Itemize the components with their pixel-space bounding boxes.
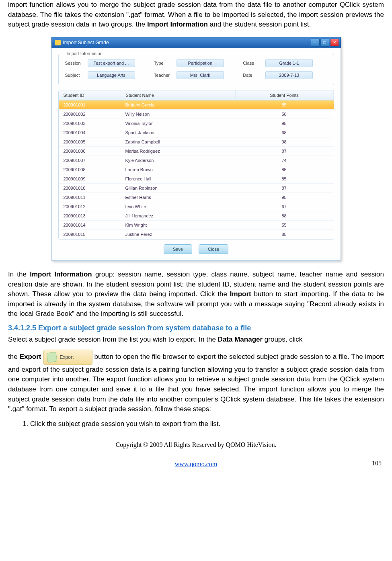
session-value: Test export and ... <box>88 59 135 67</box>
table-row[interactable]: 200901012Irvin White67 <box>59 202 334 211</box>
table-row[interactable]: 200901001Brittany Garcia85 <box>59 100 334 110</box>
cell-name: Valonia Taylor <box>121 119 235 128</box>
cell-name: Esther Harris <box>121 193 235 202</box>
cell-id: 200901005 <box>59 137 121 146</box>
subject-label: Subject <box>65 73 84 78</box>
teacher-value: Mrs. Clark <box>177 71 224 79</box>
bold-text: Export <box>20 353 41 360</box>
cell-name: Justine Perez <box>121 230 235 239</box>
cell-id: 200901004 <box>59 128 121 137</box>
close-dialog-button[interactable]: Close <box>199 244 228 254</box>
cell-id: 200901010 <box>59 184 121 192</box>
maximize-button[interactable]: □ <box>320 39 329 47</box>
table-row[interactable]: 200901004Spark Jackson68 <box>59 128 334 137</box>
bold-text: Data Manager <box>218 336 263 343</box>
table-row[interactable]: 200901009Florence Hall85 <box>59 174 334 184</box>
cell-id: 200901009 <box>59 174 121 183</box>
header-student-points: Student Points <box>236 90 334 100</box>
table-row[interactable]: 200901006Marisa Rodriguez87 <box>59 147 334 156</box>
cell-points: 85 <box>235 174 334 183</box>
export-icon <box>46 352 57 362</box>
intro-paragraph: import function allows you to merge the … <box>8 0 384 30</box>
subject-value: Language Arts <box>88 71 135 79</box>
cell-points: 85 <box>235 165 334 174</box>
export-button-image: Export <box>43 350 92 365</box>
cell-points: 87 <box>235 147 334 156</box>
cell-points: 85 <box>235 230 334 239</box>
window-titlebar: Import Subject Grade – □ ✕ <box>51 37 341 48</box>
close-button[interactable]: ✕ <box>330 39 339 47</box>
cell-name: Zabrina Campbell <box>121 137 235 146</box>
cell-id: 200901014 <box>59 221 121 229</box>
copyright-footer: Copyright © 2009 All Rights Reserved by … <box>8 441 384 448</box>
cell-points: 68 <box>235 128 334 137</box>
bold-text: Import <box>230 290 251 298</box>
footer-url[interactable]: www.qomo.com <box>175 461 218 467</box>
bold-text: Import Information <box>147 20 208 28</box>
type-value: Participation <box>177 59 224 67</box>
student-table: Student ID Student Name Student Points 2… <box>58 90 334 240</box>
cell-points: 98 <box>235 137 334 146</box>
cell-id: 200901015 <box>59 230 121 239</box>
minimize-button[interactable]: – <box>311 39 320 47</box>
cell-name: Willy Nelson <box>121 110 235 119</box>
cell-name: Kim Wright <box>121 221 235 229</box>
table-row[interactable]: 200901013Jill Hernandez88 <box>59 211 334 221</box>
cell-points: 95 <box>235 193 334 202</box>
cell-name: Marisa Rodriguez <box>121 147 235 156</box>
table-row[interactable]: 200901008Lauren Brown85 <box>59 165 334 174</box>
save-button[interactable]: Save <box>164 244 192 254</box>
teacher-label: Teacher <box>154 73 172 78</box>
cell-id: 200901011 <box>59 193 121 202</box>
step-1: 1. Click the subject grade session you w… <box>23 419 384 429</box>
import-information-group: Import Information SessionTest export an… <box>58 54 334 85</box>
text: In the <box>8 270 30 278</box>
cell-id: 200901003 <box>59 119 121 128</box>
export-button-label: Export <box>60 354 74 361</box>
cell-name: Irvin White <box>121 202 235 211</box>
cell-points: 74 <box>235 156 334 165</box>
bold-text: Import Information <box>30 270 92 278</box>
section-heading: 3.4.1.2.5 Export a subject grade session… <box>8 324 384 332</box>
cell-points: 85 <box>235 100 334 109</box>
cell-id: 200901007 <box>59 156 121 165</box>
cell-name: Lauren Brown <box>121 165 235 174</box>
text: and the student session point list. <box>208 20 311 28</box>
cell-id: 200901012 <box>59 202 121 211</box>
table-row[interactable]: 200901015Justine Perez85 <box>59 230 334 239</box>
cell-name: Jill Hernandez <box>121 211 235 220</box>
cell-id: 200901013 <box>59 211 121 220</box>
cell-points: 55 <box>235 221 334 229</box>
export-paragraph-2: the Export Export button to open the fil… <box>8 350 384 414</box>
cell-points: 67 <box>235 202 334 211</box>
cell-name: Florence Hall <box>121 174 235 183</box>
cell-id: 200901001 <box>59 100 121 109</box>
class-label: Class <box>243 61 261 66</box>
header-student-id: Student ID <box>59 90 121 100</box>
cell-id: 200901002 <box>59 110 121 119</box>
table-row[interactable]: 200901002Willy Nelson58 <box>59 110 334 119</box>
cell-id: 200901008 <box>59 165 121 174</box>
table-row[interactable]: 200901003Valonia Taylor95 <box>59 119 334 128</box>
app-icon <box>55 40 61 45</box>
cell-name: Kyle Anderson <box>121 156 235 165</box>
date-value: 2009-7-13 <box>265 71 313 79</box>
text: Select a subject grade session from the … <box>8 336 218 343</box>
cell-points: 87 <box>235 184 334 192</box>
text: groups, click <box>263 336 302 343</box>
cell-id: 200901006 <box>59 147 121 156</box>
cell-points: 88 <box>235 211 334 220</box>
cell-name: Brittany Garcia <box>121 100 235 109</box>
table-row[interactable]: 200901011Esther Harris95 <box>59 193 334 202</box>
cell-points: 95 <box>235 119 334 128</box>
table-row[interactable]: 200901005Zabrina Campbell98 <box>59 137 334 147</box>
cell-points: 58 <box>235 110 334 119</box>
header-student-name: Student Name <box>121 90 236 100</box>
cell-name: Gillian Robinson <box>121 184 235 192</box>
table-row[interactable]: 200901010Gillian Robinson87 <box>59 184 334 193</box>
table-row[interactable]: 200901014Kim Wright55 <box>59 221 334 230</box>
export-paragraph-1: Select a subject grade session from the … <box>8 335 384 345</box>
table-row[interactable]: 200901007Kyle Anderson74 <box>59 156 334 165</box>
class-value: Grade 1-1 <box>265 59 313 67</box>
window-title: Import Subject Grade <box>63 40 109 45</box>
